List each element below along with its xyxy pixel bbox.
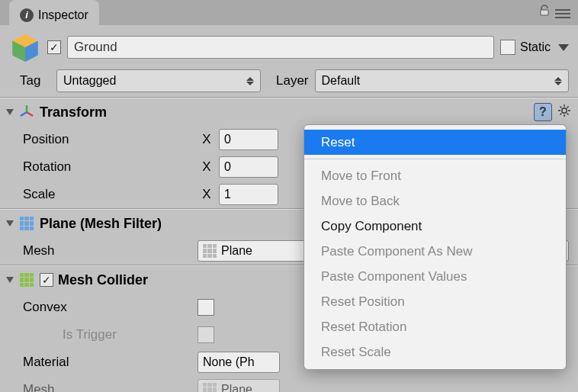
ctx-reset[interactable]: Reset	[304, 130, 566, 155]
ctx-move-front: Move to Front	[304, 163, 566, 188]
mesh-value: Plane	[221, 383, 252, 392]
dropdown-arrows-icon	[554, 77, 562, 85]
scale-label: Scale	[23, 187, 194, 202]
position-x-field[interactable]	[219, 129, 278, 150]
meshfilter-title: Plane (Mesh Filter)	[40, 216, 162, 232]
gameobject-name-field[interactable]	[67, 36, 494, 59]
tag-dropdown[interactable]: Untagged	[56, 69, 261, 92]
lock-bar	[538, 5, 570, 20]
transform-title: Transform	[40, 104, 107, 120]
material-object-field[interactable]: None (Ph	[197, 352, 280, 373]
rotation-label: Rotation	[23, 159, 194, 175]
svg-rect-0	[541, 10, 548, 15]
mesh-asset-icon	[203, 244, 217, 258]
ctx-reset-position: Reset Position	[304, 289, 566, 314]
transform-icon	[18, 104, 35, 120]
svg-line-6	[21, 112, 27, 116]
tab-bar: i Inspector	[0, 0, 578, 25]
lock-icon[interactable]	[538, 5, 551, 20]
dropdown-arrows-icon	[246, 77, 254, 85]
gameobject-icon	[9, 31, 41, 63]
material-value: None (Ph	[203, 355, 255, 369]
svg-point-7	[562, 108, 567, 113]
layer-value: Default	[322, 74, 361, 88]
ctx-separator	[304, 159, 566, 159]
x-label: X	[197, 187, 216, 202]
convex-label: Convex	[23, 300, 194, 315]
help-icon[interactable]: ?	[534, 103, 552, 121]
x-label: X	[197, 159, 216, 175]
collider-icon	[18, 272, 35, 288]
active-checkbox[interactable]	[47, 40, 61, 54]
mesh-icon	[18, 215, 35, 232]
layer-label: Layer	[267, 73, 309, 88]
ctx-reset-scale: Reset Scale	[304, 339, 566, 365]
foldout-icon[interactable]	[6, 109, 14, 115]
static-label: Static	[520, 40, 551, 54]
material-label: Material	[23, 355, 194, 370]
ctx-paste-new: Paste Component As New	[304, 239, 566, 264]
settings-gear-icon[interactable]	[557, 103, 572, 121]
inspector-tab[interactable]: i Inspector	[9, 0, 99, 25]
istrigger-label: Is Trigger	[23, 327, 194, 342]
ctx-copy-component[interactable]: Copy Component	[304, 214, 566, 239]
svg-line-5	[27, 112, 33, 116]
ctx-reset-rotation: Reset Rotation	[304, 314, 566, 339]
mesh-label: Mesh	[23, 243, 194, 259]
component-context-menu: Reset Move to Front Move to Back Copy Co…	[303, 124, 567, 370]
mesh-row: Mesh Plane	[0, 376, 578, 392]
ctx-move-back: Move to Back	[304, 188, 566, 214]
tag-label: Tag	[9, 73, 50, 88]
ctx-paste-values: Paste Component Values	[304, 264, 566, 289]
convex-checkbox[interactable]	[197, 299, 214, 316]
rotation-x-field[interactable]	[219, 156, 278, 178]
mesh-label: Mesh	[23, 382, 194, 392]
mesh-value: Plane	[221, 244, 252, 258]
foldout-icon[interactable]	[6, 220, 14, 227]
meshcollider-title: Mesh Collider	[58, 272, 148, 288]
scale-x-field[interactable]	[219, 184, 278, 205]
tab-menu-icon[interactable]	[555, 7, 570, 18]
foldout-icon[interactable]	[6, 277, 14, 283]
tag-value: Untagged	[63, 74, 116, 88]
static-checkbox[interactable]	[500, 40, 515, 55]
position-label: Position	[23, 132, 194, 147]
tab-title: Inspector	[38, 8, 88, 22]
gameobject-header: Static Tag Untagged Layer Default	[0, 25, 578, 98]
x-label: X	[197, 132, 216, 147]
layer-dropdown[interactable]: Default	[315, 69, 569, 92]
static-dropdown-arrow[interactable]	[558, 44, 569, 51]
collider-mesh-field[interactable]: Plane	[197, 379, 280, 392]
component-enabled-checkbox[interactable]	[40, 273, 53, 287]
info-icon: i	[20, 8, 34, 22]
mesh-asset-icon	[203, 383, 217, 392]
istrigger-checkbox	[197, 326, 214, 343]
